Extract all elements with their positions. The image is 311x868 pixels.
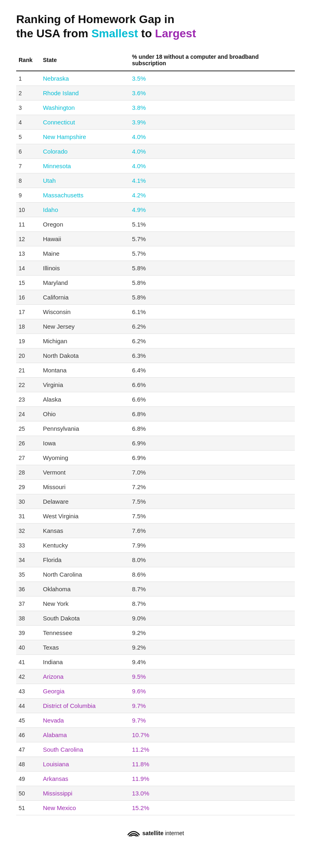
pct-cell: 7.2% [130,480,295,494]
table-header-row: Rank State % under 18 without a computer… [16,50,295,71]
brand-logo: satelliteinternet [143,830,184,836]
pct-cell: 6.6% [130,378,295,392]
state-cell: California [40,290,130,305]
state-cell: Kentucky [40,538,130,553]
pct-cell: 5.7% [130,246,295,261]
pct-cell: 3.5% [130,71,295,86]
table-row: 7Minnesota4.0% [16,159,295,173]
table-row: 26Iowa6.9% [16,436,295,451]
state-cell: Oklahoma [40,582,130,596]
rank-cell: 19 [16,334,40,348]
rank-cell: 24 [16,407,40,421]
rank-cell: 43 [16,684,40,699]
state-cell: Illinois [40,261,130,276]
state-cell: Oregon [40,217,130,232]
table-row: 30Delaware7.5% [16,494,295,509]
table-row: 50Mississippi13.0% [16,786,295,801]
table-row: 24Ohio6.8% [16,407,295,421]
state-cell: Delaware [40,494,130,509]
rank-cell: 1 [16,71,40,86]
table-row: 45Nevada9.7% [16,713,295,728]
pct-cell: 7.6% [130,524,295,538]
rank-cell: 23 [16,392,40,407]
state-cell: New Mexico [40,801,130,815]
pct-cell: 5.8% [130,276,295,290]
rank-cell: 39 [16,626,40,640]
rank-cell: 33 [16,538,40,553]
rank-cell: 36 [16,582,40,596]
pct-cell: 8.6% [130,567,295,582]
rank-cell: 44 [16,699,40,713]
rank-cell: 15 [16,276,40,290]
state-cell: South Carolina [40,742,130,757]
pct-cell: 7.0% [130,465,295,480]
table-row: 43Georgia9.6% [16,684,295,699]
state-cell: North Dakota [40,348,130,363]
table-row: 51New Mexico15.2% [16,801,295,815]
pct-cell: 4.9% [130,203,295,217]
state-cell: Wyoming [40,451,130,465]
pct-cell: 11.2% [130,742,295,757]
state-cell: Arkansas [40,772,130,786]
state-cell: Utah [40,173,130,188]
state-cell: Rhode Island [40,86,130,100]
state-cell: Michigan [40,334,130,348]
pct-cell: 6.9% [130,451,295,465]
col-state: State [40,50,130,71]
state-cell: Montana [40,363,130,378]
pct-cell: 6.8% [130,421,295,436]
table-row: 1Nebraska3.5% [16,71,295,86]
state-cell: Massachusetts [40,188,130,203]
pct-cell: 13.0% [130,786,295,801]
state-cell: Arizona [40,669,130,684]
pct-cell: 4.1% [130,173,295,188]
state-cell: South Dakota [40,611,130,626]
rank-cell: 2 [16,86,40,100]
rank-cell: 27 [16,451,40,465]
table-row: 2Rhode Island3.6% [16,86,295,100]
state-cell: Maine [40,246,130,261]
pct-cell: 4.0% [130,159,295,173]
pct-cell: 6.9% [130,436,295,451]
pct-cell: 10.7% [130,728,295,742]
table-row: 41Indiana9.4% [16,655,295,669]
rank-cell: 9 [16,188,40,203]
pct-cell: 15.2% [130,801,295,815]
state-cell: Tennessee [40,626,130,640]
table-row: 46Alabama10.7% [16,728,295,742]
table-row: 9Massachusetts4.2% [16,188,295,203]
table-row: 17Wisconsin6.1% [16,305,295,319]
state-cell: Washington [40,100,130,115]
rank-cell: 38 [16,611,40,626]
table-row: 40Texas9.2% [16,640,295,655]
rank-cell: 17 [16,305,40,319]
table-row: 16California5.8% [16,290,295,305]
table-row: 44District of Columbia9.7% [16,699,295,713]
pct-cell: 9.6% [130,684,295,699]
rank-cell: 28 [16,465,40,480]
rankings-table: Rank State % under 18 without a computer… [16,50,295,815]
pct-cell: 6.4% [130,363,295,378]
pct-cell: 11.9% [130,772,295,786]
pct-cell: 11.8% [130,757,295,772]
state-cell: New Jersey [40,319,130,334]
pct-cell: 3.9% [130,115,295,130]
state-cell: Alabama [40,728,130,742]
rank-cell: 10 [16,203,40,217]
pct-cell: 4.0% [130,144,295,159]
table-row: 5New Hampshire4.0% [16,130,295,144]
rank-cell: 51 [16,801,40,815]
state-cell: Ohio [40,407,130,421]
table-row: 35North Carolina8.6% [16,567,295,582]
pct-cell: 7.5% [130,494,295,509]
state-cell: Kansas [40,524,130,538]
table-row: 14Illinois5.8% [16,261,295,276]
pct-cell: 6.6% [130,392,295,407]
pct-cell: 8.0% [130,553,295,567]
pct-cell: 9.7% [130,699,295,713]
state-cell: Iowa [40,436,130,451]
rank-cell: 35 [16,567,40,582]
rank-cell: 41 [16,655,40,669]
rank-cell: 46 [16,728,40,742]
table-row: 29Missouri7.2% [16,480,295,494]
